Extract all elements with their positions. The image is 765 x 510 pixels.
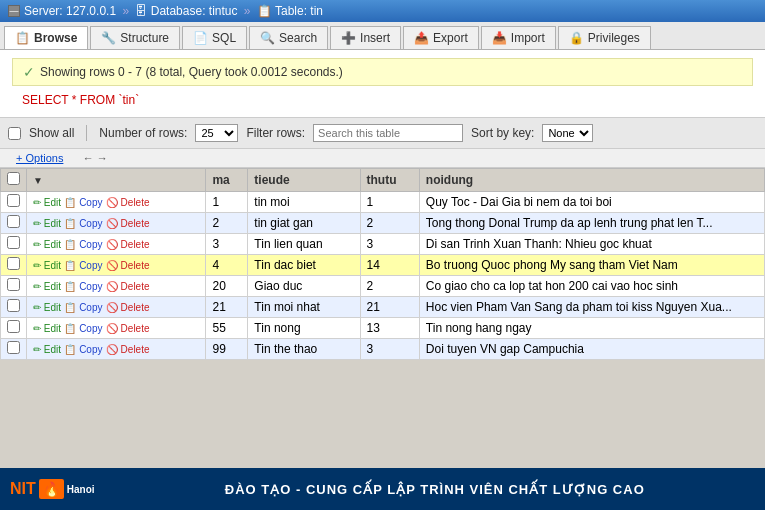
delete-button[interactable]: 🚫 Delete	[106, 344, 150, 355]
delete-button[interactable]: 🚫 Delete	[106, 239, 150, 250]
copy-button[interactable]: 📋 Copy	[64, 302, 102, 313]
tab-export[interactable]: 📤 Export	[403, 26, 479, 49]
tab-privileges[interactable]: 🔒 Privileges	[558, 26, 651, 49]
copy-button[interactable]: 📋 Copy	[64, 281, 102, 292]
edit-button[interactable]: ✏ Edit	[33, 302, 61, 313]
edit-button[interactable]: ✏ Edit	[33, 239, 61, 250]
tab-search-label: Search	[279, 31, 317, 45]
divider-1	[86, 125, 87, 141]
row-checkbox-cell	[1, 297, 27, 318]
copy-button[interactable]: 📋 Copy	[64, 197, 102, 208]
row-checkbox-cell	[1, 213, 27, 234]
show-all-label: Show all	[29, 126, 74, 140]
tab-structure[interactable]: 🔧 Structure	[90, 26, 180, 49]
filter-rows-input[interactable]	[313, 124, 463, 142]
edit-button[interactable]: ✏ Edit	[33, 323, 61, 334]
show-all-checkbox[interactable]	[8, 127, 21, 140]
cell-thutu: 1	[360, 192, 419, 213]
row-checkbox[interactable]	[7, 257, 20, 270]
cell-ma: 20	[206, 276, 248, 297]
delete-button[interactable]: 🚫 Delete	[106, 323, 150, 334]
tab-browse-label: Browse	[34, 31, 77, 45]
cell-thutu: 21	[360, 297, 419, 318]
row-checkbox-cell	[1, 276, 27, 297]
row-checkbox[interactable]	[7, 341, 20, 354]
table-label: Table: tin	[275, 4, 323, 18]
import-icon: 📥	[492, 31, 507, 45]
table-row: ✏ Edit 📋 Copy 🚫 Delete20Giao duc2Co giao…	[1, 276, 765, 297]
cell-noidung: Doi tuyen VN gap Campuchia	[419, 339, 764, 360]
number-of-rows-select[interactable]: 25 50 100 250 500	[195, 124, 238, 142]
tab-search[interactable]: 🔍 Search	[249, 26, 328, 49]
action-cell: ✏ Edit 📋 Copy 🚫 Delete	[27, 213, 206, 234]
delete-button[interactable]: 🚫 Delete	[106, 281, 150, 292]
cell-thutu: 3	[360, 234, 419, 255]
action-cell: ✏ Edit 📋 Copy 🚫 Delete	[27, 234, 206, 255]
cell-thutu: 2	[360, 213, 419, 234]
logo-nit-text: NIT	[10, 480, 36, 498]
action-cell: ✏ Edit 📋 Copy 🚫 Delete	[27, 297, 206, 318]
insert-icon: ➕	[341, 31, 356, 45]
cell-noidung: Quy Toc - Dai Gia bi nem da toi boi	[419, 192, 764, 213]
delete-button[interactable]: 🚫 Delete	[106, 302, 150, 313]
logo-hanoi-text: Hanoi	[67, 484, 95, 495]
status-check-icon: ✓	[23, 64, 35, 80]
edit-button[interactable]: ✏ Edit	[33, 218, 61, 229]
edit-button[interactable]: ✏ Edit	[33, 281, 61, 292]
row-checkbox[interactable]	[7, 215, 20, 228]
row-checkbox[interactable]	[7, 299, 20, 312]
row-checkbox-cell	[1, 339, 27, 360]
copy-button[interactable]: 📋 Copy	[64, 239, 102, 250]
breadcrumb-sep-1: »	[122, 4, 132, 18]
cell-ma: 21	[206, 297, 248, 318]
col-header-cb[interactable]	[1, 169, 27, 192]
cell-tieude: Giao duc	[248, 276, 360, 297]
col-header-thutu[interactable]: thutu	[360, 169, 419, 192]
delete-button[interactable]: 🚫 Delete	[106, 218, 150, 229]
edit-button[interactable]: ✏ Edit	[33, 344, 61, 355]
row-checkbox[interactable]	[7, 194, 20, 207]
edit-button[interactable]: ✏ Edit	[33, 260, 61, 271]
select-all-checkbox[interactable]	[7, 172, 20, 185]
plus-options-link[interactable]: + Options	[8, 150, 71, 166]
cell-ma: 99	[206, 339, 248, 360]
tab-browse[interactable]: 📋 Browse	[4, 26, 88, 49]
tab-insert[interactable]: ➕ Insert	[330, 26, 401, 49]
sort-by-select[interactable]: None	[542, 124, 593, 142]
cell-ma: 2	[206, 213, 248, 234]
privileges-icon: 🔒	[569, 31, 584, 45]
delete-button[interactable]: 🚫 Delete	[106, 260, 150, 271]
row-checkbox-cell	[1, 192, 27, 213]
delete-button[interactable]: 🚫 Delete	[106, 197, 150, 208]
row-checkbox[interactable]	[7, 278, 20, 291]
tab-import[interactable]: 📥 Import	[481, 26, 556, 49]
sql-query-display: SELECT * FROM `tin`	[12, 90, 753, 113]
sort-by-label: Sort by key:	[471, 126, 534, 140]
table-row: ✏ Edit 📋 Copy 🚫 Delete4Tin dac biet14Bo …	[1, 255, 765, 276]
copy-button[interactable]: 📋 Copy	[64, 260, 102, 271]
sort-arrow-icon: ▼	[33, 175, 43, 186]
sql-icon: 📄	[193, 31, 208, 45]
minimize-button[interactable]: —	[8, 5, 20, 17]
tab-sql-label: SQL	[212, 31, 236, 45]
row-checkbox-cell	[1, 234, 27, 255]
row-checkbox-cell	[1, 255, 27, 276]
action-cell: ✏ Edit 📋 Copy 🚫 Delete	[27, 318, 206, 339]
cell-ma: 4	[206, 255, 248, 276]
row-checkbox-cell	[1, 318, 27, 339]
row-checkbox[interactable]	[7, 236, 20, 249]
edit-button[interactable]: ✏ Edit	[33, 197, 61, 208]
action-cell: ✏ Edit 📋 Copy 🚫 Delete	[27, 276, 206, 297]
col-header-noidung[interactable]: noidung	[419, 169, 764, 192]
copy-button[interactable]: 📋 Copy	[64, 344, 102, 355]
search-icon: 🔍	[260, 31, 275, 45]
col-header-ma[interactable]: ma	[206, 169, 248, 192]
col-header-tieude[interactable]: tieude	[248, 169, 360, 192]
copy-button[interactable]: 📋 Copy	[64, 323, 102, 334]
row-checkbox[interactable]	[7, 320, 20, 333]
breadcrumb-sep-2: »	[244, 4, 254, 18]
copy-button[interactable]: 📋 Copy	[64, 218, 102, 229]
tab-sql[interactable]: 📄 SQL	[182, 26, 247, 49]
cell-noidung: Tong thong Donal Trump da ap lenh trung …	[419, 213, 764, 234]
tab-import-label: Import	[511, 31, 545, 45]
